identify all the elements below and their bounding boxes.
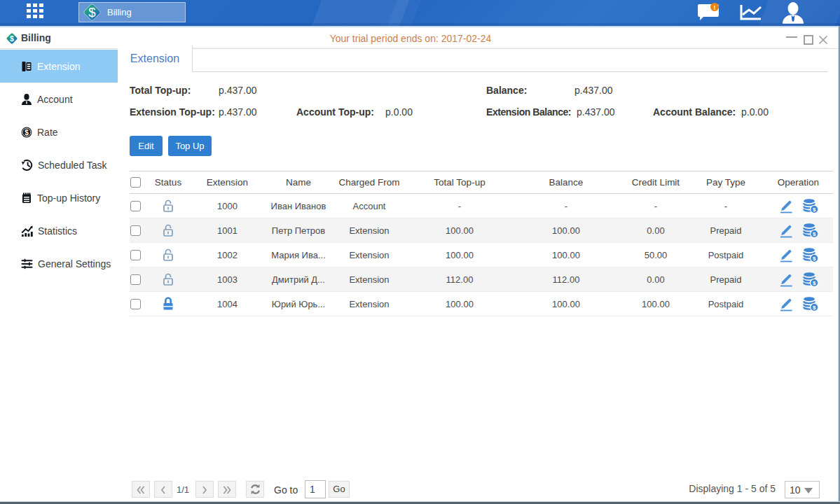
svg-text:!: ! — [714, 4, 716, 11]
svg-text:$: $ — [88, 5, 96, 20]
svg-text:$: $ — [25, 128, 29, 136]
